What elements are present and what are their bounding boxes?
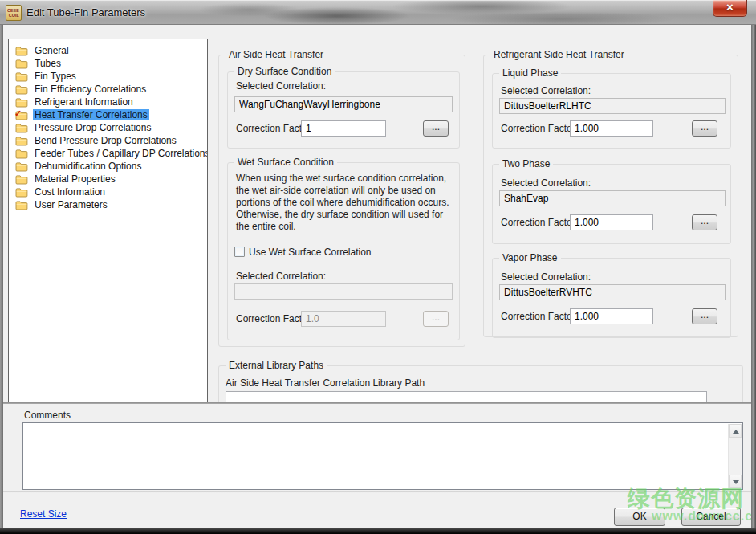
parameters-tree: General Tubes <box>8 39 208 402</box>
selected-correlation-label: Selected Correlation: <box>501 85 591 96</box>
reset-size-link[interactable]: Reset Size <box>20 508 67 520</box>
folder-icon <box>15 97 29 108</box>
two-phase-group: Two Phase Selected Correlation: Correcti… <box>492 164 731 244</box>
tree-item[interactable]: Tubes <box>9 57 207 70</box>
ok-button[interactable]: OK <box>614 508 665 526</box>
group-title: Air Side Heat Transfer <box>226 49 327 60</box>
scroll-up-icon[interactable] <box>729 424 742 438</box>
tree-item[interactable]: Material Properties <box>9 173 207 185</box>
dry-selected-correlation-field[interactable] <box>234 96 453 112</box>
tree-item[interactable]: Refrigerant Information <box>9 96 207 108</box>
folder-icon <box>15 149 29 159</box>
folder-icon <box>15 59 29 69</box>
folder-icon <box>15 187 29 198</box>
air-side-library-path-input[interactable] <box>226 391 707 402</box>
dialog-client-area: General Tubes <box>3 25 751 528</box>
group-title: External Library Paths <box>226 360 327 371</box>
comments-textarea[interactable] <box>22 422 743 490</box>
app-icon: CEEE COIL <box>6 5 22 21</box>
group-title: Refrigerant Side Heat Transfer <box>490 49 628 60</box>
wet-surface-condition-group: Wet Surface Condition When using the wet… <box>227 162 460 340</box>
refrigerant-side-heat-transfer-group: Refrigerant Side Heat Transfer Liquid Ph… <box>483 55 738 337</box>
window-title: Edit Tube-Fin Parameters <box>26 6 145 18</box>
selected-correlation-label: Selected Correlation: <box>501 177 591 189</box>
window-border-bottom <box>0 528 756 534</box>
liquid-browse-button[interactable]: ... <box>692 120 717 137</box>
wet-selected-correlation-field <box>234 283 453 300</box>
panel-divider <box>3 402 751 404</box>
air-side-library-path-label: Air Side Heat Transfer Correlation Libra… <box>226 377 425 389</box>
two-phase-browse-button[interactable]: ... <box>692 214 717 230</box>
tree-item[interactable]: Fin Efficiency Correlations <box>9 83 207 96</box>
selected-correlation-label: Selected Correlation: <box>501 271 591 283</box>
correction-factor-label: Correction Factor <box>501 123 575 134</box>
group-title: Wet Surface Condition <box>234 157 337 168</box>
wet-browse-button: ... <box>423 311 449 327</box>
tree-item[interactable]: Fin Types <box>9 70 207 83</box>
footer-divider <box>3 491 751 493</box>
selected-correlation-label: Selected Correlation: <box>236 271 326 282</box>
group-title: Liquid Phase <box>499 67 561 79</box>
liquid-selected-correlation-field[interactable] <box>499 98 726 114</box>
folder-icon <box>15 174 29 185</box>
tree-item[interactable]: User Parameters <box>9 198 207 211</box>
tree-item[interactable]: General <box>9 44 207 57</box>
vapor-phase-group: Vapor Phase Selected Correlation: Correc… <box>492 258 731 338</box>
folder-icon <box>15 161 29 172</box>
tree-item[interactable]: Bend Pressure Drop Correlations <box>9 134 207 147</box>
folder-icon <box>15 200 29 210</box>
title-bar[interactable]: CEEE COIL Edit Tube-Fin Parameters × <box>0 0 756 25</box>
group-title: Two Phase <box>499 158 553 169</box>
close-button[interactable]: × <box>713 0 747 17</box>
folder-icon <box>15 46 29 56</box>
folder-icon <box>15 71 29 82</box>
parameters-panel: Air Side Heat Transfer Dry Surface Condi… <box>210 35 751 402</box>
scroll-down-icon[interactable] <box>729 475 742 488</box>
two-phase-correction-factor-input[interactable] <box>570 214 653 230</box>
folder-icon <box>15 123 29 133</box>
wet-surface-description: When using the wet surface condition cor… <box>236 173 456 233</box>
comments-label: Comments <box>24 410 71 421</box>
wet-correction-factor-input <box>301 311 386 327</box>
tree-item[interactable]: Dehumidification Options <box>9 160 207 173</box>
dry-browse-button[interactable]: ... <box>423 120 449 137</box>
vapor-correction-factor-input[interactable] <box>570 308 653 324</box>
use-wet-surface-checkbox[interactable] <box>234 247 245 257</box>
cancel-button[interactable]: Cancel <box>681 508 741 526</box>
folder-icon <box>15 136 29 146</box>
correction-factor-label: Correction Factor <box>236 123 311 134</box>
two-phase-selected-correlation-field[interactable] <box>499 190 726 206</box>
correction-factor-label: Correction Factor <box>236 313 311 324</box>
dialog-window: CEEE COIL Edit Tube-Fin Parameters × <box>0 0 756 534</box>
app-icon-text-bottom: COIL <box>8 14 18 18</box>
folder-icon <box>15 84 29 95</box>
tree-item[interactable]: Pressure Drop Correlations <box>9 121 207 134</box>
vapor-selected-correlation-field[interactable] <box>499 284 726 300</box>
air-side-heat-transfer-group: Air Side Heat Transfer Dry Surface Condi… <box>218 55 465 347</box>
tree-item[interactable]: Feeder Tubes / Capillary DP Correlations <box>9 147 207 160</box>
dry-correction-factor-input[interactable] <box>301 120 386 137</box>
liquid-phase-group: Liquid Phase Selected Correlation: Corre… <box>492 73 731 149</box>
comments-scrollbar[interactable] <box>728 424 742 488</box>
vapor-browse-button[interactable]: ... <box>692 308 717 324</box>
dry-surface-condition-group: Dry Surface Condition Selected Correlati… <box>227 71 460 149</box>
folder-icon <box>15 110 29 120</box>
tree-item[interactable]: Cost Information <box>9 185 207 198</box>
use-wet-surface-checkbox-label[interactable]: Use Wet Surface Correlation <box>249 247 372 258</box>
group-title: Dry Surface Condition <box>234 66 335 77</box>
external-library-paths-group: External Library Paths Air Side Heat Tra… <box>218 365 743 402</box>
selected-correlation-label: Selected Correlation: <box>236 80 326 92</box>
group-title: Vapor Phase <box>499 252 561 263</box>
tree-item[interactable]: Heat Transfer Correlations <box>9 108 207 121</box>
app-icon-text-top: CEEE <box>8 9 20 13</box>
close-icon: × <box>726 0 734 14</box>
correction-factor-label: Correction Factor <box>501 311 575 322</box>
correction-factor-label: Correction Factor <box>501 217 575 228</box>
liquid-correction-factor-input[interactable] <box>570 120 653 137</box>
window-border-right <box>751 25 756 528</box>
